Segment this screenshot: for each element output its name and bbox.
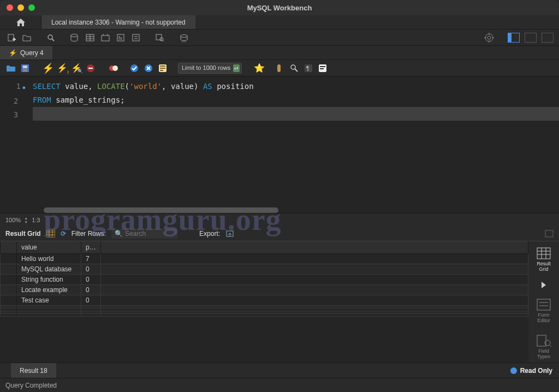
find-icon[interactable]	[275, 63, 286, 74]
toggle-left-panel[interactable]	[508, 33, 520, 43]
sql-editor[interactable]: 1 ● 2 3 SELECT value, LOCATE('world', va…	[0, 76, 559, 213]
result-grid[interactable]: value p… Hello world7 MySQL database0 St…	[0, 241, 528, 363]
invisible-chars-icon[interactable]	[289, 63, 300, 74]
filter-rows-label: Filter Rows:	[72, 230, 106, 237]
status-text: Query Completed	[5, 382, 57, 389]
read-only-icon	[510, 367, 517, 374]
open-sql-file-icon[interactable]	[21, 32, 33, 44]
svg-rect-31	[23, 69, 27, 72]
window-minimize-button[interactable]	[17, 4, 24, 11]
filter-rows-input[interactable]	[125, 230, 174, 237]
rollback-icon[interactable]	[143, 63, 154, 74]
svg-text:¶: ¶	[306, 66, 309, 72]
svg-line-46	[295, 69, 298, 72]
code-content[interactable]: SELECT value, LOCATE('world', value) AS …	[33, 76, 559, 213]
svg-rect-10	[102, 35, 109, 41]
beautify-icon[interactable]: ⭐	[254, 63, 265, 74]
editor-status-bar: 100% ▴▾ 1:3	[0, 213, 559, 226]
home-tab[interactable]	[0, 15, 41, 29]
main-toolbar: fx	[0, 29, 559, 46]
side-result-grid-button[interactable]: Result Grid	[531, 243, 557, 275]
query-tab[interactable]: ⚡ Query 4	[0, 46, 52, 60]
toggle-right-panel[interactable]	[542, 33, 554, 43]
stop-icon[interactable]	[85, 63, 96, 74]
execute-current-icon[interactable]: ⚡I	[57, 63, 68, 74]
svg-rect-50	[320, 66, 325, 67]
expand-triangle-icon[interactable]	[542, 282, 546, 288]
table-row	[1, 314, 528, 317]
side-field-types-button[interactable]: Field Types	[531, 331, 557, 363]
search-icon: 🔍	[115, 230, 123, 237]
refresh-icon[interactable]: ⟳	[61, 230, 66, 237]
svg-rect-51	[320, 68, 324, 69]
table-row[interactable]: Locate example0	[1, 285, 528, 295]
side-form-editor-button[interactable]: Form Editor	[531, 295, 557, 326]
table-row[interactable]: MySQL database0	[1, 264, 528, 275]
window-close-button[interactable]	[7, 4, 13, 11]
limit-label: Limit to 1000 rows	[182, 64, 230, 71]
table-row[interactable]: Test case0	[1, 295, 528, 306]
svg-rect-67	[537, 335, 546, 346]
table-row[interactable]: Hello world7	[1, 254, 528, 264]
svg-rect-43	[160, 70, 163, 71]
connection-tab[interactable]: Local instance 3306 - Warning - not supp…	[41, 15, 195, 29]
search-table-icon[interactable]	[154, 32, 166, 44]
limit-rows-select[interactable]: Limit to 1000 rows ▴▾	[178, 63, 242, 74]
svg-point-23	[485, 34, 493, 41]
svg-rect-42	[160, 68, 165, 69]
create-schema-icon[interactable]	[69, 32, 81, 44]
settings-gear-icon[interactable]	[483, 32, 495, 44]
wrap-cell-icon[interactable]	[545, 230, 554, 237]
new-sql-tab-icon[interactable]	[5, 32, 17, 44]
editor-h-scrollbar[interactable]	[44, 207, 278, 213]
svg-rect-59	[537, 248, 550, 259]
zoom-level: 100%	[5, 217, 21, 223]
svg-rect-52	[46, 230, 55, 237]
stepper-arrows-icon[interactable]: ▴▾	[233, 64, 240, 72]
create-function-icon[interactable]	[130, 32, 142, 44]
field-types-icon	[536, 334, 551, 347]
result-side-panel: Result Grid Form Editor Field Types ▴▾	[528, 241, 559, 363]
export-icon[interactable]	[225, 230, 234, 237]
export-label: Export:	[199, 230, 220, 237]
save-file-icon[interactable]	[20, 63, 31, 74]
column-header-value[interactable]: value	[17, 241, 81, 254]
svg-rect-44	[277, 64, 281, 72]
svg-point-35	[112, 66, 118, 71]
lightning-icon: ⚡	[9, 49, 17, 57]
svg-rect-41	[160, 66, 165, 67]
toggle-bottom-panel[interactable]	[525, 33, 537, 43]
svg-line-69	[550, 345, 551, 347]
toggle-autocommit-icon[interactable]	[108, 63, 119, 74]
column-header-position[interactable]: p…	[81, 241, 101, 254]
inspector-icon[interactable]	[45, 32, 57, 44]
create-view-icon[interactable]	[99, 32, 111, 44]
result-grid-label: Result Grid	[5, 230, 41, 237]
zoom-stepper[interactable]: ▴▾	[25, 216, 27, 224]
commit-icon[interactable]	[129, 63, 140, 74]
window-zoom-button[interactable]	[28, 4, 35, 11]
connection-tab-bar: Local instance 3306 - Warning - not supp…	[0, 15, 559, 29]
result-tab-bar: Result 18 Read Only	[0, 363, 559, 378]
open-file-icon[interactable]	[5, 63, 16, 74]
svg-point-24	[487, 36, 491, 39]
execute-icon[interactable]: ⚡	[43, 63, 53, 74]
create-table-icon[interactable]	[84, 32, 96, 44]
toggle-limit-icon[interactable]	[157, 63, 168, 74]
window-title: MySQL Workbench	[0, 4, 559, 12]
result-tab[interactable]: Result 18	[11, 363, 56, 378]
reconnect-icon[interactable]	[178, 32, 190, 44]
svg-rect-64	[537, 299, 550, 310]
snippets-icon[interactable]	[317, 63, 328, 74]
wrap-lines-icon[interactable]: ¶	[303, 63, 314, 74]
svg-rect-33	[88, 68, 93, 69]
home-icon	[16, 18, 26, 27]
grid-view-icon[interactable]	[46, 230, 55, 237]
grid-icon	[536, 247, 551, 260]
svg-text:fx: fx	[118, 35, 123, 41]
table-row[interactable]: String function0	[1, 275, 528, 285]
explain-icon[interactable]: ⚡🔍	[71, 63, 82, 74]
create-procedure-icon[interactable]: fx	[115, 32, 127, 44]
editor-toolbar: ⚡ ⚡I ⚡🔍 Limit to 1000 rows ▴▾ ⭐ ¶	[0, 60, 559, 76]
svg-rect-15	[133, 34, 139, 41]
